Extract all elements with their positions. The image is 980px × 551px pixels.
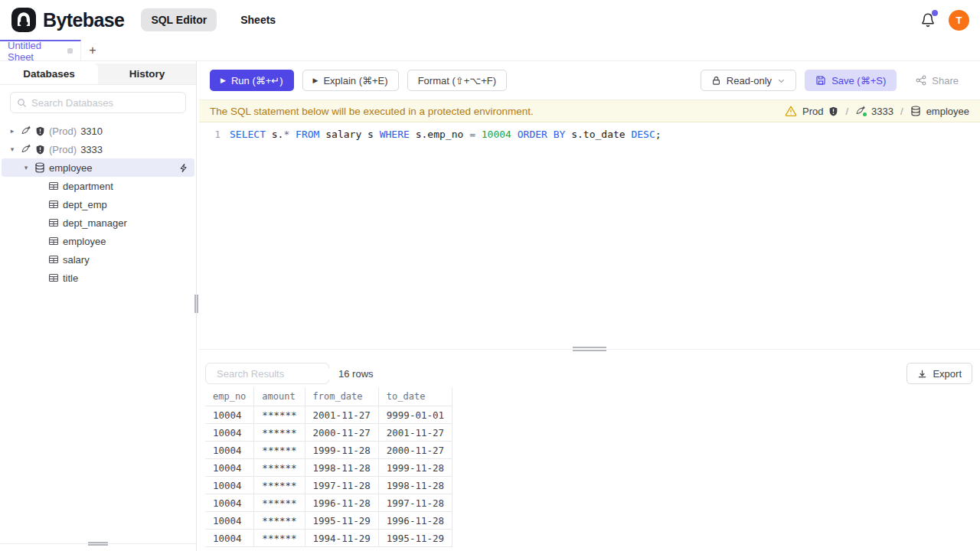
database-search-input[interactable]: [31, 97, 179, 109]
tab-history[interactable]: History: [98, 64, 196, 84]
sql-token: BY: [554, 129, 566, 140]
table-cell: 1995-11-29: [378, 530, 452, 547]
sheet-tab-untitled[interactable]: Untitled Sheet: [0, 40, 81, 60]
mysql-instance-icon: [855, 106, 866, 116]
connect-bolt-icon[interactable]: [178, 163, 188, 173]
table-row: 10004******1996-11-281997-11-28: [205, 494, 452, 512]
sql-token: s.emp_no: [410, 129, 469, 140]
instance-env-label: (Prod): [49, 144, 77, 155]
table-cell: 9999-01-01: [378, 406, 452, 424]
download-icon: [917, 369, 927, 379]
table-cell: ******: [254, 406, 305, 424]
nav-sql-editor[interactable]: SQL Editor: [141, 8, 217, 31]
column-header-amount[interactable]: amount: [254, 387, 305, 406]
lock-icon: [711, 76, 721, 86]
table-cell: 2001-11-27: [305, 406, 378, 424]
export-button[interactable]: Export: [906, 363, 972, 384]
sidebar-resize-handle[interactable]: [88, 542, 108, 546]
notification-badge: [932, 10, 938, 16]
tree-item-table-department[interactable]: department: [2, 177, 194, 195]
column-header-emp_no[interactable]: emp_no: [205, 387, 254, 406]
database-icon: [34, 162, 45, 173]
table-cell: 10004: [205, 477, 254, 494]
results-drag-handle[interactable]: [573, 347, 606, 351]
readonly-label: Read-only: [727, 75, 772, 86]
tree-item-table-dept_manager[interactable]: dept_manager: [2, 214, 194, 232]
sql-token: DESC: [631, 129, 655, 140]
tree-item-instance-3333[interactable]: ▾(Prod)3333: [2, 140, 194, 158]
column-header-to_date[interactable]: to_date: [378, 387, 452, 406]
caret-right-icon[interactable]: ▸: [8, 127, 17, 135]
bytebase-logo[interactable]: Bytebase: [11, 7, 124, 33]
top-right-actions: T: [920, 10, 969, 31]
editor-scrollbar[interactable]: [970, 122, 980, 349]
tree-item-table-salary[interactable]: salary: [2, 250, 194, 269]
table-cell: ******: [254, 512, 305, 530]
sidebar-drag-handle[interactable]: [194, 295, 198, 313]
database-search: [10, 92, 186, 113]
table-icon: [48, 199, 59, 210]
database-tree: ▸(Prod)3310▾(Prod)3333▾employeedepartmen…: [0, 122, 196, 287]
warning-triangle-icon: [785, 105, 797, 117]
table-icon: [48, 236, 59, 246]
results-grid-container: emp_noamountfrom_dateto_date10004******2…: [199, 387, 980, 551]
readonly-mode-dropdown[interactable]: Read-only: [701, 70, 796, 91]
unsaved-indicator: [67, 48, 73, 54]
mysql-instance-icon: [21, 126, 31, 136]
save-button[interactable]: Save (⌘+S): [805, 70, 897, 91]
explain-button[interactable]: ▶ Explain (⌘+E): [302, 70, 399, 91]
table-cell: 1994-11-29: [305, 530, 378, 547]
share-label: Share: [932, 75, 959, 86]
table-cell: 10004: [205, 530, 254, 547]
table-cell: 1995-11-29: [305, 512, 378, 530]
save-label: Save (⌘+S): [831, 75, 886, 86]
sql-token: 10004: [482, 129, 511, 140]
notifications-button[interactable]: [920, 11, 936, 28]
sidebar-bottom-divider: [0, 543, 196, 551]
tree-item-instance-3310[interactable]: ▸(Prod)3310: [2, 122, 194, 140]
sql-token: [511, 129, 518, 140]
sql-token: [547, 129, 554, 140]
column-header-from_date[interactable]: from_date: [305, 387, 378, 406]
tree-item-table-title[interactable]: title: [2, 269, 194, 287]
tree-item-database-employee[interactable]: ▾employee: [2, 158, 194, 177]
table-icon: [48, 217, 59, 228]
breadcrumb-separator: /: [844, 106, 850, 117]
caret-down-icon[interactable]: ▾: [8, 145, 17, 153]
table-icon: [48, 254, 59, 265]
results-search-input[interactable]: [217, 368, 351, 380]
add-sheet-button[interactable]: +: [81, 40, 104, 60]
connection-breadcrumb: Prod / 3333 /: [785, 105, 969, 117]
share-button[interactable]: Share: [905, 70, 969, 91]
run-button[interactable]: ▶ Run (⌘+↵): [210, 70, 294, 91]
nav-sheets[interactable]: Sheets: [230, 8, 286, 31]
tree-item-table-employee[interactable]: employee: [2, 232, 194, 250]
caret-down-icon[interactable]: ▾: [21, 164, 31, 171]
table-row: 10004******1998-11-281999-11-28: [205, 459, 452, 477]
sql-token: s.to_date: [565, 129, 631, 140]
table-name: employee: [63, 236, 106, 247]
table-cell: 1996-11-28: [305, 494, 378, 512]
database-icon: [910, 106, 921, 116]
table-row: 10004******1999-11-282000-11-27: [205, 442, 452, 459]
table-name: title: [63, 272, 78, 284]
tree-item-table-dept_emp[interactable]: dept_emp: [2, 195, 194, 214]
table-cell: 2000-11-27: [305, 424, 378, 442]
table-icon: [48, 181, 59, 191]
sheet-tab-label: Untitled Sheet: [8, 40, 61, 63]
sql-token: s.: [266, 129, 283, 140]
brand-name: Bytebase: [43, 9, 124, 31]
banner-message: The SQL statement below will be executed…: [210, 106, 534, 117]
instance-label: 3333: [871, 106, 893, 117]
tab-databases[interactable]: Databases: [0, 64, 98, 84]
save-icon: [815, 75, 826, 86]
table-cell: 1996-11-28: [378, 512, 452, 530]
format-button[interactable]: Format (⇧+⌥+F): [407, 70, 507, 91]
database-name: employee: [49, 162, 92, 174]
share-icon: [916, 75, 926, 86]
sql-token: ORDER: [518, 129, 547, 140]
table-row: 10004******1997-11-281998-11-28: [205, 477, 452, 494]
environment-shield-icon: [35, 126, 45, 136]
user-avatar[interactable]: T: [949, 10, 969, 31]
sql-editor-area[interactable]: 1 SELECT s.* FROM salary s WHERE s.emp_n…: [199, 122, 980, 349]
